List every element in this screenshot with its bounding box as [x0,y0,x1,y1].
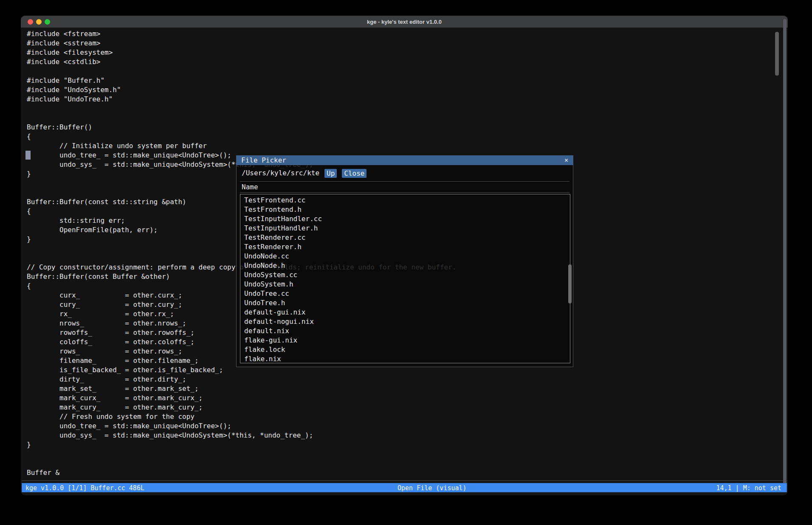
status-bar: kge v1.0.0 [1/1] Buffer.cc 486L Open Fil… [22,483,787,492]
text-cursor [25,151,31,160]
file-list-item[interactable]: TestInputHandler.h [240,224,570,233]
file-list-item[interactable]: TestRenderer.cc [240,233,570,242]
window-zoom-button[interactable] [45,19,50,25]
file-list-item[interactable]: UndoNode.cc [240,252,570,261]
divider [240,192,570,193]
file-list-scrollbar-thumb[interactable] [568,264,572,303]
up-button[interactable]: Up [324,169,337,178]
traffic-lights [28,19,50,25]
editor-scrollbar-thumb[interactable] [775,32,779,76]
status-cursor-info: 14,1 | M: not set [716,484,781,492]
file-list: TestFrontend.ccTestFrontend.hTestInputHa… [240,194,570,363]
file-list-item[interactable]: TestInputHandler.cc [240,214,570,224]
editor-viewport[interactable]: #include <fstream> #include <sstream> #i… [21,28,788,480]
window-titlebar: kge - kyle's text editor v1.0.0 [21,16,788,28]
current-path: /Users/kyle/src/kte [242,168,319,178]
file-list-item[interactable]: UndoTree.cc [240,289,570,298]
file-list-item[interactable]: UndoNode.h [240,261,570,270]
window-close-button[interactable] [28,19,33,25]
window-title: kge - kyle's text editor v1.0.0 [21,19,788,25]
file-list-item[interactable]: UndoSystem.h [240,280,570,289]
file-picker-title: File Picker [241,156,286,164]
file-list-item[interactable]: TestFrontend.cc [240,196,570,205]
status-mode: Open File (visual) [398,484,467,492]
divider [22,480,787,481]
column-header-name: Name [242,182,258,192]
close-button[interactable]: Close [342,169,367,178]
file-list-item[interactable]: flake.nix [240,354,570,363]
dialog-close-icon[interactable]: ✕ [564,155,568,165]
status-file-info: kge v1.0.0 [1/1] Buffer.cc 486L [25,484,144,492]
divider [240,181,570,182]
file-list-item[interactable]: flake-gui.nix [240,336,570,345]
file-list-item[interactable]: UndoSystem.cc [240,270,570,280]
file-list-item[interactable]: flake.lock [240,345,570,354]
file-list-item[interactable]: default.nix [240,326,570,336]
file-list-item[interactable]: default-gui.nix [240,308,570,317]
file-picker-dialog: File Picker ✕ /Users/kyle/src/kte Up Clo… [236,155,573,367]
file-picker-path-row: /Users/kyle/src/kte Up Close [242,168,367,178]
file-list-item[interactable]: UndoTree.h [240,298,570,308]
window-scrollbar-track[interactable] [783,19,787,491]
file-list-item[interactable]: TestRenderer.h [240,242,570,252]
file-picker-titlebar[interactable]: File Picker ✕ [236,155,573,165]
file-list-item[interactable]: TestFrontend.h [240,205,570,214]
file-list-item[interactable]: default-nogui.nix [240,317,570,326]
app-window: kge - kyle's text editor v1.0.0 #include… [21,16,788,495]
window-minimize-button[interactable] [36,19,42,25]
